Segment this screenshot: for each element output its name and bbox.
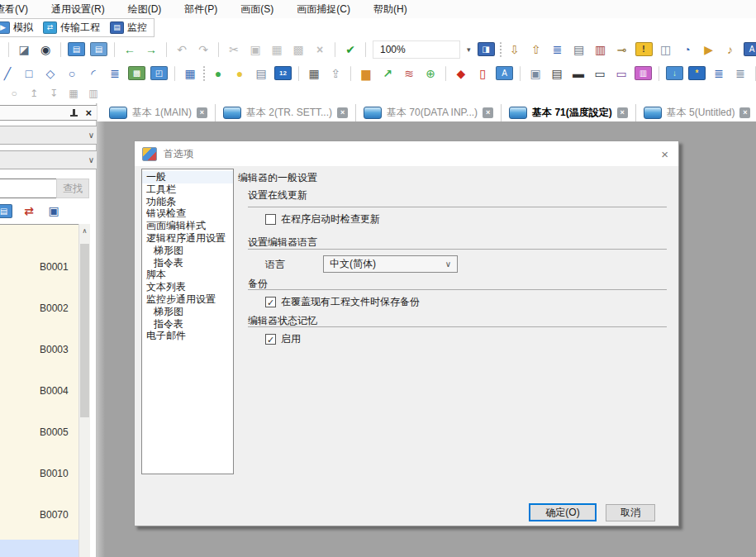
zoom-dropdown-arrow[interactable]: ▾ — [467, 45, 471, 54]
separator[interactable] — [350, 66, 351, 81]
menu-item[interactable]: 绘图(D) — [128, 2, 162, 17]
polygon-tool-icon[interactable]: ◇ — [42, 65, 59, 82]
table-tool-icon[interactable]: ▦ — [182, 65, 198, 82]
transfer-project-button[interactable]: ⇄ 传输工程 — [43, 21, 100, 35]
touch-setting-icon[interactable]: ▶ — [701, 41, 717, 58]
separator[interactable] — [520, 66, 521, 81]
delete-icon[interactable]: × — [311, 41, 328, 58]
clock-setting-icon[interactable]: ◔ — [679, 41, 696, 58]
consecutive-copy-icon[interactable]: ▩ — [290, 41, 307, 58]
grid-read-icon[interactable]: ▥ — [86, 87, 101, 100]
error-check-icon[interactable]: ✔ — [342, 41, 359, 58]
screen-special-icon[interactable]: * — [688, 66, 706, 80]
copy-screen-icon[interactable]: ▤ — [90, 42, 107, 56]
arc-tool-icon[interactable]: ◜ — [85, 65, 102, 82]
device-list-item[interactable]: B0001 — [0, 246, 78, 288]
tree-item-ladder[interactable]: 梯形图 — [142, 245, 233, 257]
device-list-item[interactable]: B0004 — [0, 370, 78, 412]
menu-item[interactable]: 查看(V) — [0, 2, 28, 17]
separator[interactable] — [298, 66, 299, 81]
device-comment-icon[interactable]: ⇄ — [21, 202, 37, 219]
screen-color-icon[interactable]: ▥ — [635, 66, 652, 80]
menu-item[interactable]: 通用设置(R) — [51, 2, 105, 17]
menu-item[interactable]: 部件(P) — [184, 2, 217, 17]
gauge-write-icon[interactable]: ↧ — [46, 87, 61, 100]
menu-item[interactable]: 画面捕捉(C) — [297, 2, 350, 17]
separator[interactable] — [60, 42, 61, 57]
import-screen-icon[interactable]: ◰ — [150, 66, 168, 80]
translate-icon[interactable]: A — [744, 42, 756, 56]
tree-item-ladder2[interactable]: 梯形图 — [142, 306, 233, 318]
key-password-icon[interactable]: ⊸ — [614, 41, 630, 58]
device-list-item[interactable]: B0005 — [0, 412, 78, 453]
dialog-close-icon[interactable]: × — [659, 148, 671, 160]
zoom-level-combobox[interactable]: 100% — [373, 40, 460, 59]
tab-close-icon[interactable]: × — [337, 107, 348, 118]
separator[interactable] — [114, 42, 115, 57]
search-mode-dropdown[interactable]: 值 ∨ — [0, 150, 101, 169]
tree-item-ribbon[interactable]: 功能条 — [142, 196, 233, 208]
tab-basic-2[interactable]: 基本 2(TR. SETT...) × — [216, 104, 356, 121]
tab-close-icon[interactable]: × — [617, 107, 628, 118]
find-button[interactable]: 查找 — [56, 179, 89, 198]
write-to-controller-icon[interactable]: ⇩ — [506, 41, 523, 58]
data-list-part-icon[interactable]: ▤ — [253, 65, 269, 82]
device-type-dropdown[interactable]: 3 ∨ — [0, 126, 101, 145]
date-display-part-icon[interactable]: 12 — [274, 66, 292, 80]
recipe-grid-icon[interactable]: ▦ — [306, 65, 322, 82]
backup-checkbox[interactable]: ✓ — [265, 297, 276, 307]
separator[interactable] — [8, 42, 9, 57]
ellipse-tool-icon[interactable]: ○ — [64, 65, 80, 82]
line-tool-icon[interactable]: ╱ — [0, 65, 16, 82]
device-list-item[interactable]: B0002 — [0, 288, 78, 329]
screen-list-icon[interactable]: ▤ — [0, 204, 12, 218]
pin-icon[interactable] — [69, 108, 78, 118]
tree-item-text-list[interactable]: 文本列表 — [142, 281, 233, 293]
separator[interactable] — [166, 42, 167, 57]
separator[interactable] — [365, 42, 366, 57]
tab-close-icon[interactable]: × — [739, 107, 750, 118]
copy-icon[interactable]: ▣ — [247, 41, 264, 58]
monitor-button[interactable]: ▤ 监控 — [110, 21, 147, 35]
device-list-item[interactable]: B0003 — [0, 329, 78, 370]
sound-icon[interactable]: ♪ — [722, 41, 739, 58]
search-input[interactable] — [0, 179, 58, 198]
document-output-icon[interactable]: ▥ — [592, 41, 609, 58]
device-list-item[interactable]: B0070 — [0, 494, 78, 536]
stamp-icon[interactable]: ◪ — [16, 41, 32, 58]
enable-row[interactable]: ✓ 启用 — [265, 332, 301, 345]
tab-close-icon[interactable]: × — [197, 107, 207, 118]
separator[interactable] — [218, 42, 219, 57]
tab-basic-5[interactable]: 基本 5(Untitled) × — [636, 104, 756, 121]
scale-tool-icon[interactable]: ≣ — [107, 65, 123, 82]
redo-icon[interactable]: ↷ — [195, 41, 212, 58]
device-monitor-icon[interactable]: ▣ — [45, 202, 62, 219]
tree-item-screen-edit-style[interactable]: 画面编辑样式 — [142, 220, 233, 232]
tab-basic-71[interactable]: 基本 71(温度設定) × — [502, 104, 636, 121]
device-list-item[interactable]: B0010 — [0, 453, 78, 494]
undo-icon[interactable]: ↶ — [174, 41, 190, 58]
separator[interactable] — [335, 42, 335, 57]
tab-close-icon[interactable]: × — [483, 107, 493, 118]
caution-info-icon[interactable]: ! — [635, 42, 653, 56]
new-screen-icon[interactable]: ▤ — [68, 42, 85, 56]
rectangle-tool-icon[interactable]: □ — [21, 65, 37, 82]
screen-preview-icon[interactable]: ◨ — [478, 42, 495, 56]
screen-call-icon[interactable]: ↓ — [666, 66, 683, 80]
csv-export-icon[interactable]: ▤ — [571, 41, 587, 58]
meter-part-icon[interactable]: ⊕ — [422, 65, 439, 82]
window-set-icon[interactable]: ▣ — [527, 65, 544, 82]
menu-item[interactable]: 帮助(H) — [373, 2, 407, 17]
next-screen-icon[interactable]: → — [143, 41, 159, 58]
device-list-scrollbar[interactable]: ∧ — [78, 224, 90, 557]
alarm-part-icon[interactable]: ◆ — [453, 65, 469, 82]
comment-screen-part-icon[interactable]: A — [496, 66, 513, 80]
check-update-checkbox[interactable]: ✓ — [265, 214, 276, 225]
paste-icon[interactable]: ▦ — [269, 41, 285, 58]
check-update-row[interactable]: ✓ 在程序启动时检查更新 — [265, 212, 380, 226]
pipe-part-icon[interactable]: ▬ — [570, 65, 587, 82]
ok-button[interactable]: 确定(O) — [529, 503, 597, 521]
grid-write-icon[interactable]: ▦ — [66, 87, 81, 100]
tree-item-instruction-list[interactable]: 指令表 — [142, 257, 233, 269]
tree-item-monitor-step-common[interactable]: 监控步通用设置 — [142, 293, 233, 306]
